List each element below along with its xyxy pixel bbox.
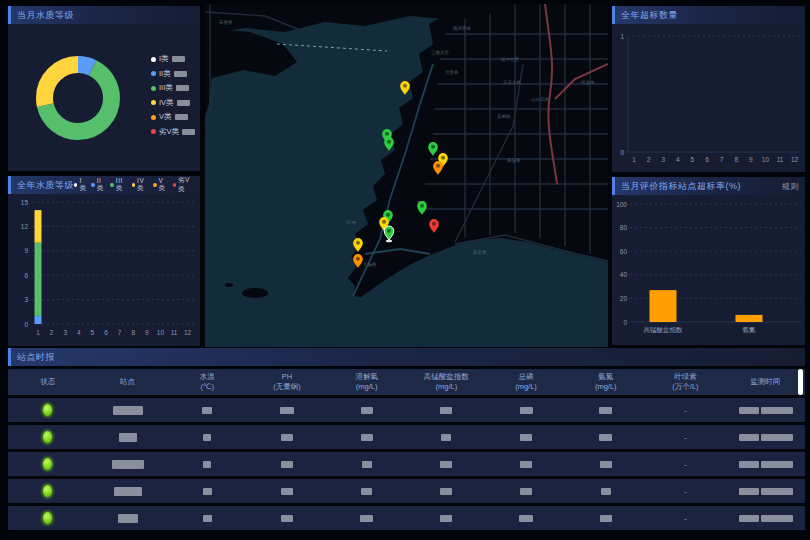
- map-canvas[interactable]: 石奥桥高浪西路三南大学振中社区北亚桥天安大桥机场路小白花桥吴都路寿安桥青杨叶春薛…: [205, 4, 608, 347]
- x-tick-label: 12: [184, 329, 192, 336]
- x-tick-label: 6: [705, 156, 709, 163]
- value-cell: [486, 514, 566, 523]
- table-header: 状态站点水温(℃)PH(无量纲)溶解氧(mg/L)高锰酸盐指数(mg/L)总磷(…: [8, 369, 805, 395]
- chlorophyll-cell: -: [646, 460, 726, 469]
- table-row[interactable]: -: [8, 398, 805, 422]
- time-cell: [725, 487, 805, 496]
- legend-item[interactable]: IV类: [132, 177, 149, 193]
- station-cell: [88, 513, 168, 522]
- panel-title-annual-exceed: 全年超标数量: [612, 6, 805, 24]
- station-cell: [88, 459, 168, 468]
- map[interactable]: 石奥桥高浪西路三南大学振中社区北亚桥天安大桥机场路小白花桥吴都路寿安桥青杨叶春薛…: [205, 4, 608, 347]
- legend-item[interactable]: V类: [151, 112, 195, 122]
- legend-item[interactable]: III类: [110, 177, 127, 193]
- table-row[interactable]: -: [8, 479, 805, 503]
- panel-title-text: 当月水质等级: [17, 9, 74, 22]
- redacted-timestamp: [739, 434, 759, 441]
- value-cell: [406, 514, 486, 523]
- x-tick-label: 5: [91, 329, 95, 336]
- legend-item[interactable]: 劣V类: [151, 127, 195, 137]
- legend-value-redacted: [175, 114, 188, 120]
- value-cell: [167, 460, 247, 469]
- x-category-label: 高锰酸盐指数: [644, 326, 684, 334]
- legend-dot-icon: [153, 183, 156, 187]
- x-tick-label: 1: [632, 156, 636, 163]
- legend-item[interactable]: I类: [151, 54, 195, 64]
- legend-label: II类: [97, 177, 107, 193]
- legend-value-redacted: [172, 56, 185, 62]
- legend-dot-icon: [151, 71, 156, 76]
- station-cell: [88, 432, 168, 441]
- panel-title-text: 站点时报: [17, 351, 55, 364]
- x-tick-label: 5: [691, 156, 695, 163]
- x-category-label: 氨氮: [743, 326, 757, 333]
- panel-title-text: 全年超标数量: [621, 9, 678, 22]
- legend-dot-icon: [110, 183, 113, 187]
- x-tick-label: 8: [734, 156, 738, 163]
- table-row[interactable]: -: [8, 425, 805, 449]
- value-cell: [566, 406, 646, 415]
- y-tick-label: 100: [616, 201, 627, 208]
- legend-item[interactable]: II类: [91, 177, 106, 193]
- panel-title-text: 当月评价指标站点超标率(%): [621, 180, 741, 193]
- redacted-station-name: [114, 487, 142, 496]
- redacted-value: [360, 515, 373, 522]
- x-tick-label: 10: [762, 156, 770, 163]
- legend-item[interactable]: IV类: [151, 98, 195, 108]
- redacted-value: [362, 461, 372, 468]
- redacted-value: [441, 434, 451, 441]
- value-cell: [486, 487, 566, 496]
- map-place-label: 小白花桥: [531, 97, 550, 102]
- value-cell: [327, 514, 407, 523]
- redacted-station-name: [118, 514, 138, 523]
- status-cell: [8, 430, 88, 444]
- time-cell: [725, 460, 805, 469]
- redacted-value: [281, 488, 293, 495]
- legend-dot-icon: [74, 183, 77, 187]
- redacted-value: [600, 461, 612, 468]
- value-cell: [167, 514, 247, 523]
- column-name: 氨氮: [566, 372, 646, 382]
- station-cell: [88, 405, 168, 414]
- table-row[interactable]: -: [8, 506, 805, 530]
- redacted-value: [361, 434, 373, 441]
- value-cell: [167, 406, 247, 415]
- redacted-value: [440, 488, 452, 495]
- panel-title-annual-grade: 全年水质等级 I类II类III类IV类V类劣V类: [8, 176, 200, 194]
- annual-grade-bar-chart: 03691215123456789101112: [8, 194, 200, 346]
- x-tick-label: 3: [63, 329, 67, 336]
- legend-item[interactable]: I类: [74, 177, 87, 193]
- legend-dot-icon: [151, 129, 156, 134]
- value-cell: [247, 514, 327, 523]
- map-place-label: 叶春: [347, 220, 357, 225]
- redacted-value: [600, 515, 612, 522]
- redacted-value: [440, 515, 452, 522]
- time-cell: [725, 406, 805, 415]
- table-scrollbar[interactable]: [798, 369, 803, 395]
- rate-bar: [736, 315, 763, 322]
- x-tick-label: 12: [791, 156, 799, 163]
- legend-item[interactable]: III类: [151, 83, 195, 93]
- x-tick-label: 11: [777, 156, 784, 163]
- redacted-timestamp: [761, 407, 793, 414]
- legend-item[interactable]: 劣V类: [173, 176, 194, 194]
- legend-label: I类: [159, 54, 169, 64]
- redacted-value: [599, 407, 612, 414]
- table-row[interactable]: -: [8, 452, 805, 476]
- column-unit: (mg/L): [327, 382, 407, 392]
- panel-title-station-report: 站点时报: [8, 348, 805, 366]
- rules-link[interactable]: 规则: [782, 181, 799, 192]
- legend-dot-icon: [151, 115, 156, 120]
- status-cell: [8, 403, 88, 417]
- legend-label: IV类: [137, 177, 149, 193]
- redacted-value: [202, 407, 212, 414]
- legend-item[interactable]: II类: [151, 69, 195, 79]
- redacted-timestamp: [739, 515, 759, 522]
- redacted-value: [203, 488, 212, 495]
- annual-exceed-chart: 01123456789101112: [612, 24, 805, 172]
- redacted-value: [520, 434, 532, 441]
- y-tick-label: 0: [620, 149, 624, 156]
- y-tick-label: 0: [24, 321, 28, 328]
- legend-item[interactable]: V类: [153, 177, 168, 193]
- column-header: 总磷(mg/L): [486, 372, 566, 392]
